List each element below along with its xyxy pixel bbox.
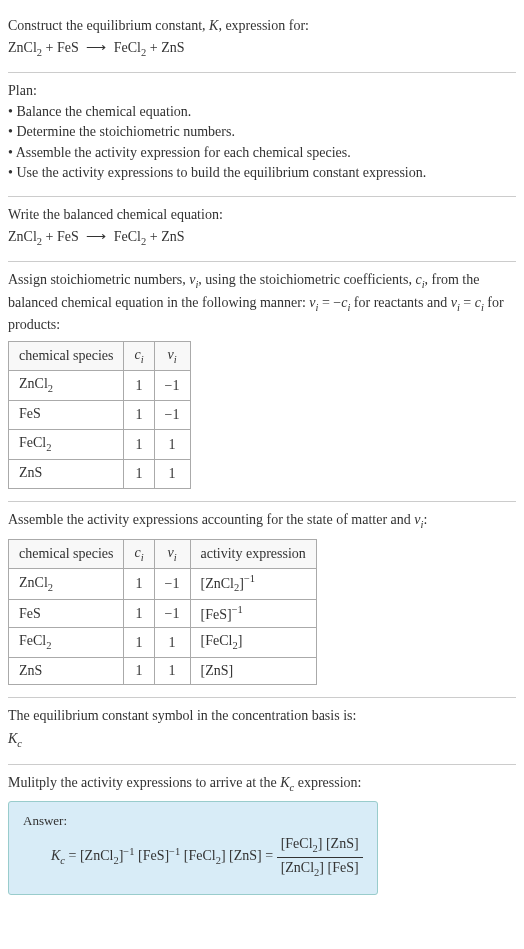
answer-section: Mulitply the activity expressions to arr… <box>8 765 516 908</box>
species-fecl2: FeCl2 <box>114 40 146 55</box>
prompt-text-b: , expression for: <box>218 18 309 33</box>
plan-title: Plan: <box>8 81 516 101</box>
activity-section: Assemble the activity expressions accoun… <box>8 502 516 697</box>
answer-expression: Kc = [ZnCl2]−1 [FeS]−1 [FeCl2] [ZnS] = [… <box>23 834 363 880</box>
table-row: FeCl2 1 1 <box>9 430 191 459</box>
activity-table: chemical species ci νi activity expressi… <box>8 539 317 685</box>
reaction-arrow-icon: ⟶ <box>82 229 110 244</box>
col-ci: ci <box>124 341 154 370</box>
plan-item: • Balance the chemical equation. <box>8 102 516 122</box>
reaction-equation: ZnCl2 + FeS ⟶ FeCl2 + ZnS <box>8 38 516 60</box>
stoichiometric-section: Assign stoichiometric numbers, νi, using… <box>8 262 516 502</box>
table-row: FeCl2 1 1 [FeCl2] <box>9 628 317 657</box>
prompt-line: Construct the equilibrium constant, K, e… <box>8 16 516 36</box>
col-species: chemical species <box>9 341 124 370</box>
plan-item: • Use the activity expressions to build … <box>8 163 516 183</box>
table-row: ZnCl2 1 −1 <box>9 371 191 400</box>
table-row: FeS 1 −1 [FeS]−1 <box>9 600 317 628</box>
col-activity: activity expression <box>190 539 316 568</box>
table-row: ZnS 1 1 <box>9 459 191 488</box>
prompt-section: Construct the equilibrium constant, K, e… <box>8 8 516 73</box>
balanced-equation-section: Write the balanced chemical equation: Zn… <box>8 197 516 262</box>
col-ci: ci <box>124 539 154 568</box>
species-zns: ZnS <box>161 40 184 55</box>
kc-symbol-text: The equilibrium constant symbol in the c… <box>8 706 516 726</box>
table-row: FeS 1 −1 <box>9 400 191 429</box>
fraction: [FeCl2] [ZnS] [ZnCl2] [FeS] <box>277 834 363 880</box>
plan-item: • Assemble the activity expression for e… <box>8 143 516 163</box>
reaction-arrow-icon: ⟶ <box>82 40 110 55</box>
plan-section: Plan: • Balance the chemical equation. •… <box>8 73 516 197</box>
col-nu: νi <box>154 539 190 568</box>
species-zncl2: ZnCl2 <box>8 40 42 55</box>
balanced-title: Write the balanced chemical equation: <box>8 205 516 225</box>
activity-title: Assemble the activity expressions accoun… <box>8 510 516 532</box>
species-fes: FeS <box>57 40 79 55</box>
prompt-text-a: Construct the equilibrium constant, <box>8 18 209 33</box>
stoichiometric-table: chemical species ci νi ZnCl2 1 −1 FeS 1 … <box>8 341 191 489</box>
kc-symbol: Kc <box>8 729 516 751</box>
kc-symbol-section: The equilibrium constant symbol in the c… <box>8 698 516 765</box>
plan-item: • Determine the stoichiometric numbers. <box>8 122 516 142</box>
table-row: ZnCl2 1 −1 [ZnCl2]−1 <box>9 569 317 600</box>
multiply-line: Mulitply the activity expressions to arr… <box>8 773 516 795</box>
table-header-row: chemical species ci νi <box>9 341 191 370</box>
balanced-equation: ZnCl2 + FeS ⟶ FeCl2 + ZnS <box>8 227 516 249</box>
col-species: chemical species <box>9 539 124 568</box>
table-row: ZnS 1 1 [ZnS] <box>9 657 317 684</box>
answer-label: Answer: <box>23 812 363 830</box>
table-header-row: chemical species ci νi activity expressi… <box>9 539 317 568</box>
answer-box: Answer: Kc = [ZnCl2]−1 [FeS]−1 [FeCl2] [… <box>8 801 378 895</box>
stoich-intro: Assign stoichiometric numbers, νi, using… <box>8 270 516 335</box>
equilibrium-constant-symbol: K <box>209 18 218 33</box>
col-nu: νi <box>154 341 190 370</box>
plan-list: • Balance the chemical equation. • Deter… <box>8 102 516 183</box>
